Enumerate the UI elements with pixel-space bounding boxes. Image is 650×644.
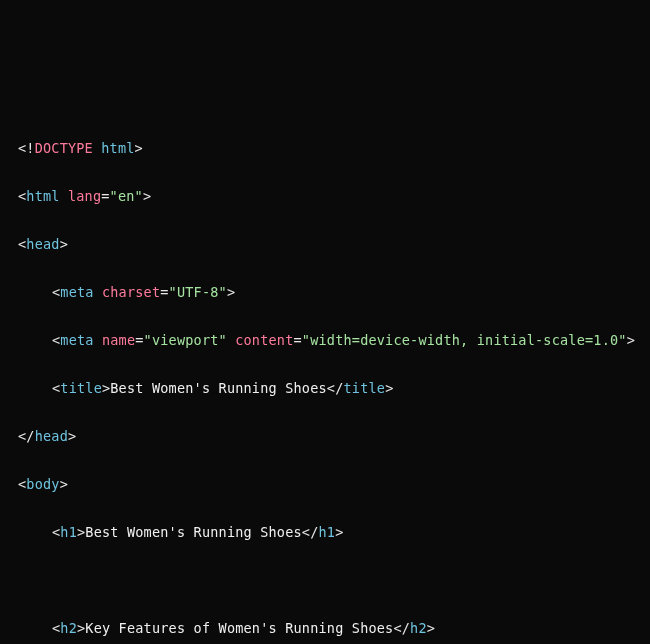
attr-content: content (235, 332, 293, 348)
attr-lang: lang (68, 188, 101, 204)
tag-title: title (60, 380, 102, 396)
val-viewport-content: "width=device-width, initial-scale=1.0" (302, 332, 627, 348)
val-lang: "en" (110, 188, 143, 204)
code-line: <h1>Best Women's Running Shoes</h1> (18, 520, 632, 544)
doctype-html: html (101, 140, 134, 156)
code-line: <title>Best Women's Running Shoes</title… (18, 376, 632, 400)
code-line: <body> (18, 472, 632, 496)
val-viewport: "viewport" (144, 332, 227, 348)
tag-h2-close: h2 (410, 620, 427, 636)
text-h1: Best Women's Running Shoes (85, 524, 302, 540)
punct: > (627, 332, 635, 348)
tag-head-close: head (35, 428, 68, 444)
punct (94, 332, 102, 348)
punct: </ (393, 620, 410, 636)
punct: = (101, 188, 109, 204)
tag-title-close: title (343, 380, 385, 396)
doctype-keyword: DOCTYPE (35, 140, 93, 156)
blank-line (18, 568, 632, 592)
punct: = (135, 332, 143, 348)
punct: > (60, 476, 68, 492)
tag-body: body (26, 476, 59, 492)
code-line: </head> (18, 424, 632, 448)
attr-name: name (102, 332, 135, 348)
punct: </ (18, 428, 35, 444)
tag-h1: h1 (60, 524, 77, 540)
tag-head: head (26, 236, 59, 252)
code-line: <!DOCTYPE html> (18, 136, 632, 160)
punct: <! (18, 140, 35, 156)
tag-meta: meta (60, 332, 93, 348)
code-line: <h2>Key Features of Women's Running Shoe… (18, 616, 632, 640)
tag-html: html (26, 188, 59, 204)
punct (94, 284, 102, 300)
punct: > (68, 428, 76, 444)
tag-h1-close: h1 (319, 524, 336, 540)
tag-h2: h2 (60, 620, 77, 636)
tag-meta: meta (60, 284, 93, 300)
punct: </ (302, 524, 319, 540)
punct: > (60, 236, 68, 252)
punct: > (143, 188, 151, 204)
punct: > (427, 620, 435, 636)
code-line: <meta name="viewport" content="width=dev… (18, 328, 632, 352)
code-line: <head> (18, 232, 632, 256)
punct: </ (327, 380, 344, 396)
val-charset: "UTF-8" (169, 284, 227, 300)
punct (227, 332, 235, 348)
punct: > (335, 524, 343, 540)
punct: > (385, 380, 393, 396)
punct: = (160, 284, 168, 300)
text-h2: Key Features of Women's Running Shoes (85, 620, 393, 636)
text-title: Best Women's Running Shoes (110, 380, 327, 396)
punct: > (135, 140, 143, 156)
punct: > (227, 284, 235, 300)
punct (60, 188, 68, 204)
code-line: <html lang="en"> (18, 184, 632, 208)
punct: = (294, 332, 302, 348)
attr-charset: charset (102, 284, 160, 300)
code-line: <meta charset="UTF-8"> (18, 280, 632, 304)
code-editor: <!DOCTYPE html> <html lang="en"> <head> … (18, 112, 632, 644)
